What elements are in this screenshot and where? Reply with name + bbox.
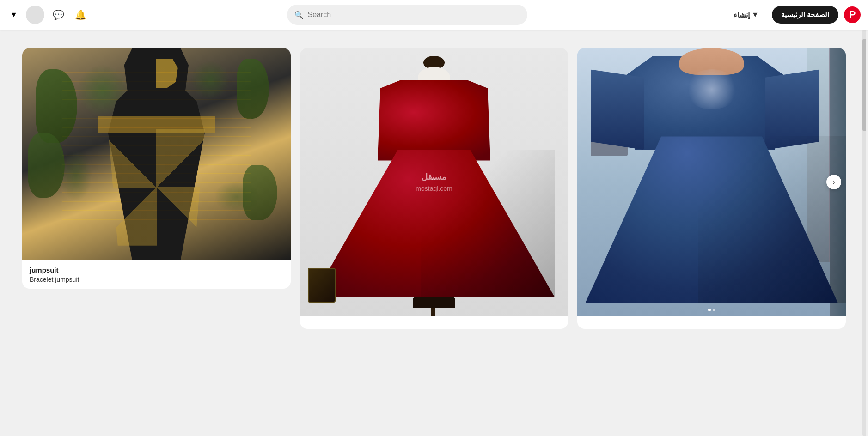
pin-title-jumpsuit: Bracelet jumpsuit xyxy=(30,276,283,283)
main-header: ▼ 💬 🔔 🔍 ▼ إنشاء الصفحة الرئيسية P xyxy=(0,0,868,30)
pin-info-blue-dress xyxy=(577,316,846,329)
home-button[interactable]: الصفحة الرئيسية xyxy=(772,6,838,24)
search-bar-container[interactable]: 🔍 xyxy=(287,5,527,25)
search-input[interactable] xyxy=(307,11,520,19)
pin-info-jumpsuit: jumpsuit Bracelet jumpsuit xyxy=(22,260,291,289)
scrollbar[interactable] xyxy=(862,30,866,436)
create-button[interactable]: ▼ إنشاء xyxy=(726,7,766,23)
pin-info-red-dress xyxy=(300,316,568,329)
pinterest-logo[interactable]: P xyxy=(844,6,861,23)
pinterest-p-icon: P xyxy=(849,9,856,21)
carousel-next-btn[interactable]: › xyxy=(826,175,841,189)
header-center: 🔍 xyxy=(89,5,726,25)
create-label: إنشاء xyxy=(734,11,750,19)
pin-image-container-1 xyxy=(22,48,291,260)
chat-icon: 💬 xyxy=(53,9,64,20)
chevron-right-icon: › xyxy=(833,178,835,186)
home-button-label: الصفحة الرئيسية xyxy=(781,11,829,18)
pin-image-blue-dress: › xyxy=(577,48,846,316)
main-content: jumpsuit Bracelet jumpsuit xyxy=(0,37,868,340)
chevron-down-icon-create: ▼ xyxy=(752,11,759,19)
pin-card-jumpsuit[interactable]: jumpsuit Bracelet jumpsuit xyxy=(22,48,291,289)
bell-icon: 🔔 xyxy=(75,9,86,20)
header-left-controls: ▼ 💬 🔔 xyxy=(7,6,89,24)
search-icon: 🔍 xyxy=(294,11,304,19)
carousel-dots xyxy=(708,309,715,311)
chat-button[interactable]: 💬 xyxy=(50,6,67,23)
avatar[interactable] xyxy=(26,6,44,24)
pin-tag-jumpsuit: jumpsuit xyxy=(30,266,283,274)
header-right-controls: ▼ إنشاء الصفحة الرئيسية P xyxy=(726,6,861,24)
chevron-down-icon: ▼ xyxy=(10,11,18,19)
carousel-dot-2[interactable] xyxy=(713,309,715,311)
pin-image-container-2: مستقل mostaql.com xyxy=(300,48,568,316)
pin-card-blue-dress[interactable]: › xyxy=(577,48,846,329)
pin-image-red-dress: مستقل mostaql.com xyxy=(300,48,568,316)
pin-card-red-dress[interactable]: مستقل mostaql.com xyxy=(300,48,568,329)
notification-button[interactable]: 🔔 xyxy=(72,6,89,23)
masonry-grid: jumpsuit Bracelet jumpsuit xyxy=(22,48,846,329)
scroll-thumb[interactable] xyxy=(862,39,866,131)
pin-image-container-3: › xyxy=(577,48,846,316)
pin-image-jumpsuit xyxy=(22,48,291,260)
carousel-dot-1[interactable] xyxy=(708,309,711,311)
dropdown-arrow-btn[interactable]: ▼ xyxy=(7,8,20,21)
